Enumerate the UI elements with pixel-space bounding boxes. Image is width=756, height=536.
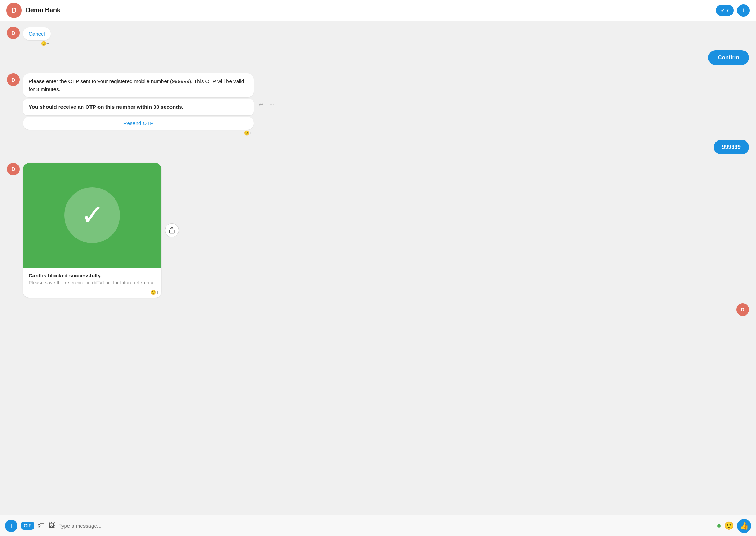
bot-avatar-cancel: D [7,27,20,39]
sticker-button[interactable]: 🏷 [38,522,45,530]
image-icon: 🖼 [48,522,55,529]
otp-wait-bubble: You should receive an OTP on this number… [23,99,254,115]
more-icon: ··· [269,101,275,108]
emoji-plus-cancel: 🙂+ [23,41,51,46]
otp-info-bubble: Please enter the OTP sent to your regist… [23,73,254,97]
otp-wait-text: You should receive an OTP on this number… [29,104,183,110]
share-button-wrap [165,223,179,237]
chat-header: D Demo Bank ✓ ▾ i [0,0,756,21]
plus-icon: + [9,521,14,530]
bottom-bar: + GIF 🏷 🖼 🙂 👍 [0,515,756,536]
success-card-column: ✓ Card is blocked successfully. Please s… [23,163,161,298]
otp-value-bubble: 999999 [714,140,749,154]
otp-info-text: Please enter the OTP sent to your regist… [29,78,244,92]
message-row-cancel: D Cancel 🙂+ [7,27,749,46]
cancel-action-button[interactable]: Cancel [23,27,51,40]
checkmark-button[interactable]: ✓ ▾ [716,5,734,16]
success-subtitle: Please save the reference id rbFVLucl fo… [29,280,156,285]
reply-icon: ↩ [259,101,264,108]
emoji-button[interactable]: 🙂 [724,521,734,530]
more-options-button[interactable]: ··· [268,99,276,109]
share-icon [168,227,175,234]
otp-info-wrap: Please enter the OTP sent to your regist… [23,73,254,136]
message-row-confirm: Confirm [7,50,749,65]
resend-otp-button[interactable]: Resend OTP [23,117,254,130]
bot-avatar-success: D [7,163,20,175]
emoji-plus-icon-otp: 🙂+ [244,130,252,136]
image-button[interactable]: 🖼 [48,522,55,530]
user-avatar-bottom-row: D [7,303,749,316]
gif-label: GIF [24,523,31,528]
message-input[interactable] [59,523,714,529]
success-text-area: Card is blocked successfully. Please sav… [23,268,161,288]
chevron-down-icon: ▾ [727,8,729,13]
info-icon: i [743,7,744,14]
online-indicator [717,524,721,528]
message-row-otp-value: 999999 [7,140,749,154]
thumbs-up-icon: 👍 [740,522,749,530]
emoji-icon: 🙂 [724,521,734,530]
success-checkmark-icon: ✓ [81,199,104,231]
success-card-green-area: ✓ [23,163,161,268]
success-title: Card is blocked successfully. [29,273,156,278]
sticker-icon: 🏷 [38,522,45,529]
checkmark-icon: ✓ [721,7,725,14]
header-avatar: D [6,3,22,18]
reply-button[interactable]: ↩ [257,99,265,110]
otp-value-text: 999999 [722,144,741,150]
confirm-button[interactable]: Confirm [708,50,749,65]
info-button[interactable]: i [737,4,750,17]
header-actions: ✓ ▾ i [716,4,750,17]
header-title: Demo Bank [26,7,716,14]
success-card-row: D ✓ Card is blocked successfully. Please… [7,163,749,298]
bot-avatar-otp: D [7,73,20,86]
share-button[interactable] [165,223,179,237]
chat-area: D Cancel 🙂+ Confirm D Please enter the O… [0,21,756,515]
cancel-bubble-wrap: Cancel 🙂+ [23,27,51,46]
success-card: ✓ Card is blocked successfully. Please s… [23,163,161,298]
emoji-plus-otp: 🙂+ [23,130,254,136]
emoji-plus-icon: 🙂+ [41,41,49,46]
user-avatar-bottom: D [736,303,749,316]
plus-button[interactable]: + [5,520,17,532]
gif-button[interactable]: GIF [21,522,34,530]
thumbs-up-button[interactable]: 👍 [737,519,751,533]
success-emoji-plus: 🙂+ [23,288,161,298]
message-actions: ↩ ··· [257,99,276,110]
success-circle: ✓ [64,187,120,243]
emoji-plus-icon-success: 🙂+ [151,290,159,295]
message-row-otp-info: D Please enter the OTP sent to your regi… [7,73,749,136]
